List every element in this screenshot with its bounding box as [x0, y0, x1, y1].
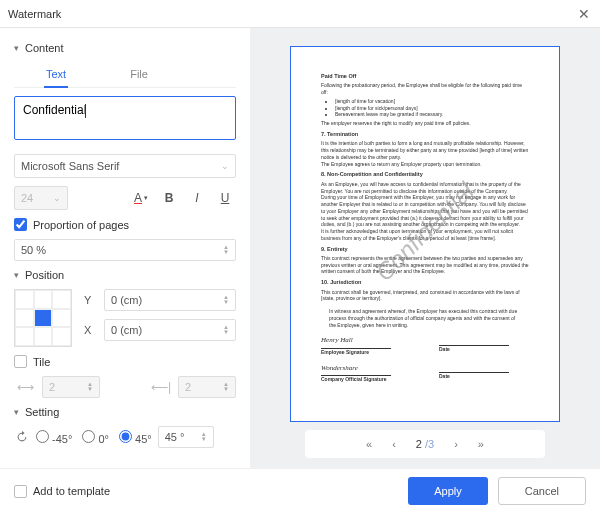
- bold-button[interactable]: B: [158, 187, 180, 209]
- preview-page: Confidential Paid Time Off Following the…: [290, 46, 560, 422]
- rotation-radios: -45° 0° 45°: [36, 430, 152, 445]
- chevron-down-icon: ▾: [14, 43, 19, 53]
- section-position-label: Position: [25, 269, 64, 281]
- chevron-down-icon: ▾: [14, 407, 19, 417]
- position-grid[interactable]: [14, 289, 72, 347]
- watermark-text-input[interactable]: Confidential: [14, 96, 236, 140]
- italic-button[interactable]: I: [186, 187, 208, 209]
- tile-label: Tile: [33, 356, 50, 368]
- section-position-header[interactable]: ▾ Position: [14, 269, 236, 281]
- font-size-value: 24: [21, 192, 33, 204]
- tab-file[interactable]: File: [128, 64, 150, 87]
- tile-h-spinner: 2 ▲▼: [42, 376, 100, 398]
- angle-spinner[interactable]: 45 ° ▲▼: [158, 426, 214, 448]
- x-label: X: [84, 324, 96, 336]
- pager-next[interactable]: ›: [454, 438, 458, 450]
- pager: « ‹ 2 /3 › »: [305, 430, 545, 458]
- chevron-down-icon: ⌄: [221, 161, 229, 171]
- font-select-value: Microsoft Sans Serif: [21, 160, 119, 172]
- proportion-checkbox[interactable]: Proportion of pages: [14, 218, 129, 231]
- close-icon[interactable]: ✕: [576, 6, 592, 22]
- cancel-button[interactable]: Cancel: [498, 477, 586, 505]
- stepper-icon[interactable]: ▲▼: [223, 245, 229, 255]
- add-template-label: Add to template: [33, 485, 110, 497]
- content-tabs: Text File: [14, 62, 236, 88]
- tile-vertical-icon: ⟵|: [150, 376, 172, 398]
- tab-text[interactable]: Text: [44, 64, 68, 88]
- stepper-icon[interactable]: ▲▼: [201, 432, 207, 442]
- rotate-icon: [14, 429, 30, 445]
- dialog-title: Watermark: [8, 8, 61, 20]
- radio-zero[interactable]: 0°: [82, 430, 109, 445]
- font-select[interactable]: Microsoft Sans Serif ⌄: [14, 154, 236, 178]
- stepper-icon[interactable]: ▲▼: [223, 295, 229, 305]
- y-spinner[interactable]: 0 (cm) ▲▼: [104, 289, 236, 311]
- preview-panel: Confidential Paid Time Off Following the…: [250, 28, 600, 468]
- left-panel: ▾ Content Text File Confidential Microso…: [0, 28, 250, 468]
- section-content-header[interactable]: ▾ Content: [14, 42, 236, 54]
- proportion-value: 50 %: [21, 244, 46, 256]
- section-setting-label: Setting: [25, 406, 59, 418]
- stepper-icon[interactable]: ▲▼: [223, 325, 229, 335]
- titlebar: Watermark ✕: [0, 0, 600, 28]
- section-content-label: Content: [25, 42, 64, 54]
- section-setting-header[interactable]: ▾ Setting: [14, 406, 236, 418]
- radio-neg45[interactable]: -45°: [36, 430, 72, 445]
- pager-prev[interactable]: ‹: [392, 438, 396, 450]
- add-template-checkbox[interactable]: Add to template: [14, 485, 110, 498]
- font-color-button[interactable]: A▾: [130, 187, 152, 209]
- pager-first[interactable]: «: [366, 438, 372, 450]
- x-spinner[interactable]: 0 (cm) ▲▼: [104, 319, 236, 341]
- underline-button[interactable]: U: [214, 187, 236, 209]
- chevron-down-icon: ⌄: [53, 193, 61, 203]
- chevron-down-icon: ▾: [14, 270, 19, 280]
- tile-horizontal-icon: ⟷: [14, 376, 36, 398]
- radio-pos45[interactable]: 45°: [119, 430, 152, 445]
- proportion-label: Proportion of pages: [33, 219, 129, 231]
- font-size-select[interactable]: 24 ⌄: [14, 186, 68, 210]
- tile-checkbox[interactable]: Tile: [14, 355, 50, 368]
- position-grid-center[interactable]: [34, 309, 53, 328]
- y-label: Y: [84, 294, 96, 306]
- pager-last[interactable]: »: [478, 438, 484, 450]
- pager-status: 2 /3: [416, 438, 434, 450]
- proportion-spinner[interactable]: 50 % ▲▼: [14, 239, 236, 261]
- tile-v-spinner: 2 ▲▼: [178, 376, 236, 398]
- apply-button[interactable]: Apply: [408, 477, 488, 505]
